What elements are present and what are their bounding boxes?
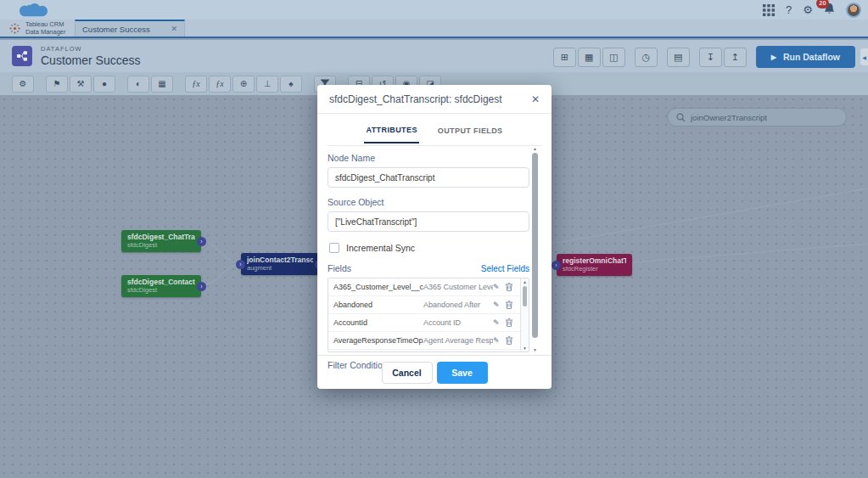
node-sfdcdigest-chattranscript[interactable]: sfdcDigest_ChatTranscript sfdcDigest › [121, 230, 201, 252]
compute-expression-button[interactable]: ƒx [185, 76, 207, 93]
settings-node-button[interactable]: ⚙ [12, 76, 34, 93]
grid-icon: ▦ [585, 52, 593, 63]
field-row: AverageResponseTimeOp... Agent Average R… [328, 332, 529, 350]
flatten-node-button[interactable]: ⊥ [256, 76, 278, 93]
node-name-label: Node Name [328, 153, 529, 163]
help-icon[interactable]: ? [786, 4, 792, 15]
field-row: Abandoned Abandoned After ✎ [328, 296, 529, 314]
select-fields-link[interactable]: Select Fields [481, 264, 529, 273]
grid-icon: ▦ [158, 79, 165, 88]
node-type: sfdcDigest [127, 241, 195, 249]
delete-field-icon[interactable] [506, 283, 512, 291]
avatar[interactable] [846, 3, 861, 18]
node-sfdcdigest-contact[interactable]: sfdcDigest_Contact sfdcDigest › [121, 275, 201, 297]
clock-icon: ◷ [641, 52, 650, 63]
augment-node-button[interactable]: ▦ [151, 76, 173, 93]
save-button[interactable]: Save [437, 362, 488, 384]
download-icon: ↧ [707, 52, 714, 63]
search-icon [676, 113, 686, 122]
workspace-tab-bar: Tableau CRM Data Manager Customer Succes… [0, 20, 868, 38]
download-json-button[interactable]: ↧ [699, 48, 722, 67]
append-icon: ◐ [136, 79, 141, 88]
scroll-up-icon[interactable]: ▲ [523, 279, 527, 284]
node-type: sfdcDigest [127, 286, 195, 294]
app-title: Tableau CRM Data Manager [25, 20, 66, 37]
scroll-down-icon[interactable]: ▼ [533, 347, 537, 352]
schedule-button[interactable]: ◷ [635, 48, 658, 67]
incremental-sync-checkbox[interactable] [329, 243, 339, 253]
node-name: joinContact2Transcript [247, 256, 313, 264]
cancel-button[interactable]: Cancel [382, 362, 433, 384]
slice-dataset-button[interactable]: ♠ [280, 76, 302, 93]
edit-field-icon[interactable]: ✎ [493, 318, 500, 327]
field-row: A365_Customer_Level__c A365 Customer Lev… [328, 278, 529, 296]
fields-label: Fields [328, 263, 351, 273]
append-node-button[interactable]: ◐ [127, 76, 149, 93]
dim2mea-button[interactable]: ⊕ [232, 76, 255, 93]
global-header: ? ⚙ 20 [0, 0, 868, 20]
tab-customer-success[interactable]: Customer Success ✕ [75, 20, 185, 37]
node-name: sfdcDigest_ChatTranscript [127, 233, 195, 241]
notes-button[interactable]: ▤ [667, 48, 690, 67]
node-attributes-modal: sfdcDigest_ChatTranscript: sfdcDigest ✕ … [317, 85, 552, 389]
input-port[interactable]: › [552, 261, 561, 270]
fields-table-scroll-thumb[interactable] [523, 286, 527, 306]
output-port[interactable]: › [197, 282, 206, 291]
grid-view-button[interactable]: ▦ [578, 48, 601, 67]
node-name-input[interactable] [328, 167, 529, 188]
node-type: augment [247, 264, 313, 272]
setup-gear-icon[interactable]: ⚙ [803, 4, 813, 15]
edgemart-node-button[interactable]: ● [93, 76, 115, 93]
delete-field-icon[interactable] [506, 318, 512, 327]
node-type: sfdcRegister [563, 265, 626, 273]
tab-close-icon[interactable]: ✕ [171, 25, 177, 33]
upload-icon: ↥ [731, 52, 739, 63]
compute-relative-button[interactable]: ƒx [209, 76, 231, 93]
dataflow-header: DATAFLOW Customer Success ⊞ ▦ ◫ ◷ ▤ ↧ ↥ … [0, 40, 868, 72]
app-home-link[interactable]: Tableau CRM Data Manager [0, 20, 75, 37]
notifications-bell[interactable]: 20 [824, 3, 835, 18]
delete-field-icon[interactable] [506, 336, 512, 345]
scroll-up-icon[interactable]: ▲ [533, 146, 537, 151]
formula-fx-icon: ƒx [216, 79, 223, 88]
tab-attributes[interactable]: ATTRIBUTES [364, 116, 418, 143]
salesforce-logo-icon [19, 3, 48, 17]
app-launcher-icon[interactable] [763, 4, 775, 16]
search-input[interactable] [691, 113, 835, 122]
digest-node-button[interactable]: ⚒ [70, 76, 92, 93]
close-icon[interactable]: ✕ [531, 93, 540, 105]
save-icon: ◫ [609, 52, 618, 63]
edit-field-icon[interactable]: ✎ [493, 283, 500, 291]
right-panel-toggle[interactable]: ◀ [860, 48, 868, 65]
slice-icon: ⊥ [264, 79, 272, 88]
screen: ? ⚙ 20 Tableau CRM Data Manager Customer… [0, 0, 868, 478]
upload-json-button[interactable]: ↥ [724, 48, 747, 67]
modal-scrollbar[interactable]: ▲ ▼ [532, 146, 539, 351]
dataset-icon: ● [102, 79, 107, 88]
field-row: AverageResponseTimeVis Visitor Average R… [328, 350, 529, 352]
flag-icon: ⚑ [53, 79, 61, 88]
scroll-down-icon[interactable]: ▼ [523, 346, 527, 351]
source-object-label: Source Object [328, 197, 529, 207]
input-port[interactable]: › [236, 260, 245, 269]
node-joincontact2transcript[interactable]: joinContact2Transcript augment › › [241, 253, 319, 275]
layout-view-button[interactable]: ⊞ [553, 48, 576, 67]
field-api-name: A365_Customer_Level__c [333, 283, 423, 291]
edit-field-icon[interactable]: ✎ [493, 301, 500, 309]
tableau-crm-icon [8, 22, 21, 35]
source-object-input[interactable] [328, 211, 529, 232]
run-dataflow-button[interactable]: ▶ Run Dataflow [756, 46, 855, 68]
sfdcdigest-node-button[interactable]: ⚑ [46, 76, 68, 93]
modal-scroll-thumb[interactable] [532, 153, 538, 338]
tab-output-fields[interactable]: OUTPUT FIELDS [436, 117, 505, 143]
field-label: A365 Customer Level [423, 283, 493, 291]
tab-label: Customer Success [82, 25, 150, 34]
canvas-search [667, 108, 847, 127]
edit-field-icon[interactable]: ✎ [493, 336, 500, 345]
node-registeromnichattranscrip[interactable]: registerOmniChatTranscrip sfdcRegister › [557, 254, 632, 276]
save-dataflow-button[interactable]: ◫ [602, 48, 625, 67]
dataflow-eyebrow: DATAFLOW [41, 45, 140, 53]
output-port[interactable]: › [197, 237, 206, 246]
delete-field-icon[interactable] [506, 301, 512, 309]
field-api-name: Abandoned [333, 301, 423, 309]
